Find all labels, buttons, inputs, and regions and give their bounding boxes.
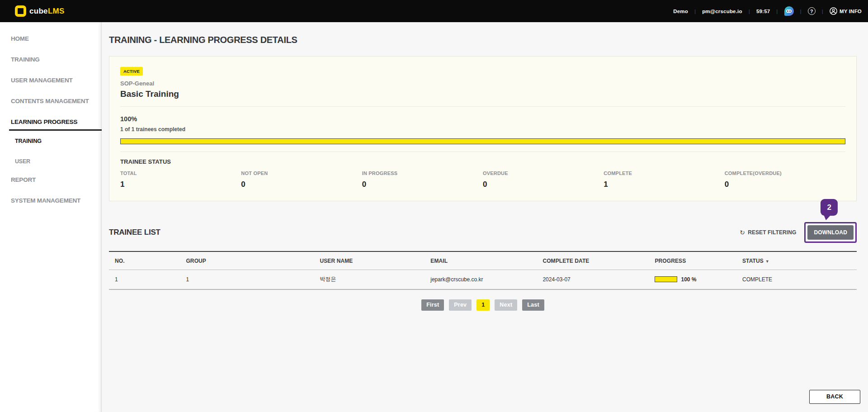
column-user-name: USER NAME	[316, 251, 426, 270]
back-button[interactable]: BACK	[809, 390, 860, 404]
table-header-row: NO. GROUP USER NAME EMAIL COMPLETE DATE …	[109, 251, 857, 270]
stat-overdue: OVERDUE 0	[483, 170, 604, 189]
logo-text: cubeLMS	[29, 7, 65, 16]
column-status-label: STATUS	[742, 258, 764, 264]
status-badge: ACTIVE	[120, 67, 143, 76]
stat-label: TOTAL	[120, 170, 241, 176]
separator: |	[694, 9, 696, 14]
stat-label: OVERDUE	[483, 170, 604, 176]
sidebar-subitem-training[interactable]: TRAINING	[15, 138, 101, 144]
divider	[120, 106, 845, 107]
sidebar-item-contents-management[interactable]: CONTENTS MANAGEMENT	[11, 98, 101, 104]
stat-value: 0	[483, 180, 604, 189]
sort-caret-icon: ▼	[765, 259, 769, 264]
environment-label: Demo	[673, 9, 688, 14]
pagination-first-button[interactable]: First	[421, 299, 444, 311]
logo-text-cube: cube	[29, 7, 48, 15]
app-logo[interactable]: cubeLMS	[15, 5, 65, 17]
topbar: cubeLMS Demo | pm@crscube.io | 59:57 | |…	[0, 0, 868, 22]
stat-label: COMPLETE	[604, 170, 724, 176]
pagination-last-button[interactable]: Last	[522, 299, 544, 311]
download-annotation-wrapper: 2 DOWNLOAD	[804, 222, 857, 243]
progress-percent: 100%	[120, 115, 845, 123]
my-info-label: MY INFO	[840, 9, 862, 14]
overall-progress-fill	[121, 139, 845, 144]
chatbot-icon[interactable]	[784, 6, 794, 16]
stat-label: NOT OPEN	[241, 170, 362, 176]
cell-group: 1	[181, 270, 315, 290]
page-title: TRAINING - LEARNING PROGRESS DETAILS	[109, 35, 857, 45]
column-no: NO.	[109, 251, 181, 270]
cell-complete-date: 2024-03-07	[538, 270, 650, 290]
overall-progress-bar	[120, 138, 845, 144]
stat-value: 0	[241, 180, 362, 189]
user-icon	[830, 7, 837, 15]
table-row: 1 1 박정은 jepark@crscube.co.kr 2024-03-07 …	[109, 270, 857, 290]
cell-status: COMPLETE	[738, 270, 857, 290]
separator: |	[800, 9, 802, 14]
column-email: EMAIL	[426, 251, 538, 270]
cube-logo-icon	[15, 5, 26, 17]
stat-label: COMPLETE(OVERDUE)	[725, 170, 845, 176]
stat-complete: COMPLETE 1	[604, 170, 724, 189]
stat-value: 0	[725, 180, 845, 189]
topbar-menu: Demo | pm@crscube.io | 59:57 | | ? | MY …	[673, 6, 862, 16]
sidebar: HOME TRAINING USER MANAGEMENT CONTENTS M…	[0, 22, 102, 412]
logo-text-lms: LMS	[48, 7, 65, 15]
sidebar-item-system-management[interactable]: SYSTEM MANAGEMENT	[11, 198, 101, 204]
column-complete-date: COMPLETE DATE	[538, 251, 650, 270]
separator: |	[822, 9, 823, 14]
sidebar-subitem-user[interactable]: USER	[15, 159, 101, 164]
pagination: First Prev 1 Next Last	[109, 299, 857, 311]
sidebar-item-home[interactable]: HOME	[11, 36, 101, 42]
course-category: SOP-Geneal	[120, 80, 845, 87]
course-title: Basic Training	[120, 89, 845, 99]
trainee-table: NO. GROUP USER NAME EMAIL COMPLETE DATE …	[109, 251, 857, 290]
trainee-list-header: TRAINEE LIST ↻ RESET FILTERING 2 DOWNLOA…	[109, 222, 857, 243]
refresh-icon: ↻	[740, 230, 745, 235]
cell-user-name: 박정은	[316, 270, 426, 290]
user-email: pm@crscube.io	[702, 9, 742, 14]
chatbot-face	[786, 9, 792, 13]
pagination-prev-button[interactable]: Prev	[449, 299, 472, 311]
annotation-highlight-box: DOWNLOAD	[804, 222, 857, 243]
sidebar-item-user-management[interactable]: USER MANAGEMENT	[11, 77, 101, 83]
row-progress-bar	[655, 276, 677, 282]
stat-value: 1	[604, 180, 724, 189]
row-progress-text: 100 %	[681, 276, 696, 283]
reset-filtering-label: RESET FILTERING	[748, 229, 796, 236]
cell-no: 1	[109, 270, 181, 290]
sidebar-item-training[interactable]: TRAINING	[11, 57, 101, 62]
separator: |	[776, 9, 778, 14]
session-timer: 59:57	[756, 9, 770, 14]
pagination-next-button[interactable]: Next	[495, 299, 517, 311]
progress-caption: 1 of 1 trainees completed	[120, 126, 845, 133]
column-progress: PROGRESS	[650, 251, 738, 270]
sidebar-item-report[interactable]: REPORT	[11, 177, 101, 183]
reset-filtering-button[interactable]: ↻ RESET FILTERING	[740, 229, 796, 236]
column-group: GROUP	[181, 251, 315, 270]
my-info-button[interactable]: MY INFO	[830, 7, 862, 15]
help-icon[interactable]: ?	[808, 7, 816, 15]
row-progress-fill	[655, 277, 677, 282]
main-content: TRAINING - LEARNING PROGRESS DETAILS ACT…	[102, 22, 868, 412]
trainee-status-heading: TRAINEE STATUS	[120, 158, 845, 165]
stat-value: 0	[362, 180, 483, 189]
cell-progress: 100 %	[650, 270, 738, 290]
pagination-page-1-button[interactable]: 1	[476, 299, 490, 311]
stat-total: TOTAL 1	[120, 170, 241, 189]
stat-complete-overdue: COMPLETE(OVERDUE) 0	[725, 170, 845, 189]
list-controls: ↻ RESET FILTERING 2 DOWNLOAD	[740, 222, 857, 243]
divider	[120, 152, 845, 152]
trainee-status-grid: TOTAL 1 NOT OPEN 0 IN PROGRESS 0 OVERDUE…	[120, 170, 845, 189]
course-summary-card: ACTIVE SOP-Geneal Basic Training 100% 1 …	[109, 56, 857, 201]
cell-email: jepark@crscube.co.kr	[426, 270, 538, 290]
download-button[interactable]: DOWNLOAD	[807, 225, 854, 240]
trainee-list-title: TRAINEE LIST	[109, 228, 160, 237]
column-status-sortable[interactable]: STATUS▼	[738, 251, 857, 270]
active-item-underline	[9, 129, 102, 131]
sidebar-item-learning-progress[interactable]: LEARNING PROGRESS	[11, 119, 101, 125]
stat-value: 1	[120, 180, 241, 189]
stat-not-open: NOT OPEN 0	[241, 170, 362, 189]
separator: |	[749, 9, 750, 14]
